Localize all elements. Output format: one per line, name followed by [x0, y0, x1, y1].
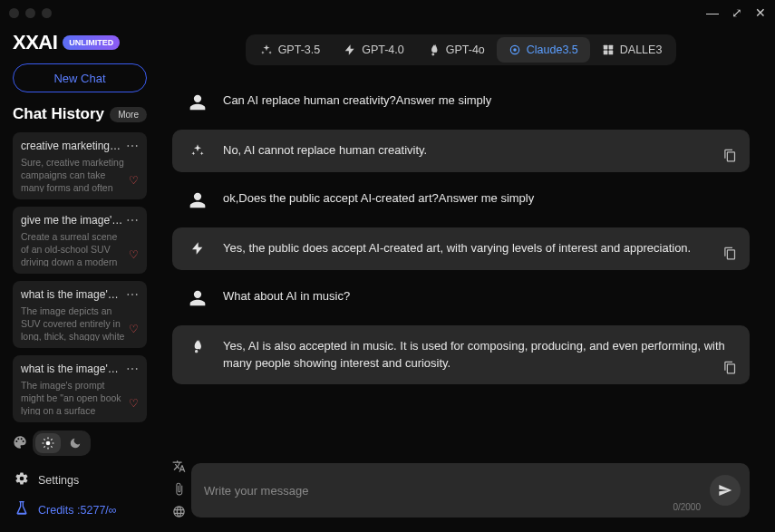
user-icon — [189, 92, 207, 111]
credits-item[interactable]: Credits :5277/∞ — [13, 495, 147, 525]
message-input[interactable] — [204, 484, 737, 498]
user-message: ok,Does the public accept AI-created art… — [172, 178, 750, 222]
message-text: Can AI replace human creativity?Answer m… — [223, 92, 491, 110]
close-dot[interactable] — [9, 8, 19, 18]
message-text: Yes, AI is also accepted in music. It is… — [223, 338, 733, 372]
model-tabs: GPT-3.5GPT-4.0GPT-4oClaude3.5DALLE3 — [160, 25, 762, 80]
window-controls: ― ⤢ ✕ — [706, 5, 766, 20]
user-message: Can AI replace human creativity?Answer m… — [172, 80, 750, 124]
translate-icon[interactable] — [172, 459, 186, 476]
sparkle-icon — [189, 142, 207, 158]
history-item-preview: The image depicts an SUV covered entirel… — [21, 305, 139, 341]
svg-rect-6 — [608, 51, 613, 55]
history-item-menu-icon[interactable]: ⋯ — [123, 216, 139, 225]
heart-icon[interactable]: ♡ — [129, 323, 139, 335]
palette-icon[interactable] — [13, 435, 27, 452]
history-item-menu-icon[interactable]: ⋯ — [123, 141, 139, 150]
message-text: Yes, the public does accept AI-created a… — [223, 240, 691, 257]
history-item[interactable]: creative marketing camp…⋯Sure, creative … — [13, 132, 147, 199]
theme-toggle — [33, 430, 91, 456]
model-tab-dalle3[interactable]: DALLE3 — [590, 37, 674, 63]
composer: 0/2000 — [160, 456, 762, 532]
ai-message: Yes, the public does accept AI-created a… — [172, 227, 750, 270]
minimize-dot[interactable] — [25, 8, 35, 18]
sidebar: XXAI UNLIMITED New Chat Chat History Mor… — [0, 25, 160, 532]
bolt-icon — [189, 240, 207, 256]
light-mode-button[interactable] — [35, 433, 61, 453]
svg-point-0 — [46, 441, 51, 446]
history-more-button[interactable]: More — [110, 107, 147, 122]
model-tab-gpt4o[interactable]: GPT-4o — [416, 37, 497, 63]
chat-history-title: Chat History — [13, 105, 104, 123]
dark-mode-button[interactable] — [63, 433, 88, 453]
history-item[interactable]: what is the image's prompt…⋯The image's … — [13, 355, 147, 422]
titlebar: ― ⤢ ✕ — [0, 0, 775, 25]
app-logo: XXAI — [13, 31, 57, 54]
history-item-preview: Create a surreal scene of an old-school … — [21, 230, 139, 266]
user-message: What about AI in music? — [172, 276, 750, 320]
history-item-menu-icon[interactable]: ⋯ — [123, 364, 139, 373]
plan-badge: UNLIMITED — [63, 35, 120, 50]
history-item-menu-icon[interactable]: ⋯ — [123, 290, 139, 299]
model-tab-label: DALLE3 — [620, 44, 663, 56]
copy-button[interactable] — [723, 247, 737, 263]
message-input-wrap: 0/2000 — [191, 463, 750, 517]
minimize-icon[interactable]: ― — [706, 5, 719, 20]
char-count: 0/2000 — [673, 502, 701, 512]
history-item[interactable]: give me the image's pro…⋯Create a surrea… — [13, 207, 147, 274]
message-text: No, AI cannot replace human creativity. — [223, 142, 427, 160]
model-tab-claude35[interactable]: Claude3.5 — [497, 37, 590, 63]
expand-icon[interactable]: ⤢ — [731, 5, 742, 20]
gear-icon — [15, 471, 29, 488]
history-item-title: creative marketing camp… — [21, 140, 123, 152]
history-item-preview: Sure, creative marketing campaigns can t… — [21, 156, 139, 192]
dalle-icon — [602, 44, 615, 56]
user-icon — [189, 190, 207, 209]
history-list: creative marketing camp…⋯Sure, creative … — [13, 132, 147, 422]
flask-icon — [15, 501, 29, 518]
history-item-title: what is the image's prom… — [21, 288, 123, 301]
close-icon[interactable]: ✕ — [755, 5, 766, 20]
model-tab-label: GPT-4.0 — [362, 44, 404, 56]
user-icon — [189, 288, 207, 307]
settings-label: Settings — [38, 474, 79, 487]
heart-icon[interactable]: ♡ — [129, 248, 139, 261]
ai-message: Yes, AI is also accepted in music. It is… — [172, 325, 750, 385]
flame-icon — [428, 44, 441, 56]
heart-icon[interactable]: ♡ — [129, 397, 139, 410]
credits-label: Credits :5277/∞ — [38, 504, 117, 517]
attachment-icon[interactable] — [172, 482, 186, 498]
history-item-title: what is the image's prompt… — [21, 363, 123, 375]
copy-button[interactable] — [723, 149, 737, 165]
model-tab-label: GPT-4o — [446, 44, 485, 56]
model-tab-gpt40[interactable]: GPT-4.0 — [332, 37, 416, 63]
settings-item[interactable]: Settings — [13, 465, 147, 495]
model-tab-label: Claude3.5 — [527, 44, 578, 56]
main-panel: GPT-3.5GPT-4.0GPT-4oClaude3.5DALLE3 Can … — [160, 25, 775, 532]
model-tab-label: GPT-3.5 — [278, 44, 321, 56]
new-chat-button[interactable]: New Chat — [13, 63, 147, 92]
history-item-preview: The image's prompt might be "an open boo… — [21, 379, 139, 415]
svg-point-2 — [513, 48, 517, 52]
svg-rect-5 — [604, 51, 608, 55]
bolt-icon — [344, 44, 356, 56]
ai-message: No, AI cannot replace human creativity. — [172, 130, 750, 172]
flame-icon — [189, 338, 207, 353]
history-item-title: give me the image's pro… — [21, 214, 123, 227]
sparkle-icon — [260, 44, 273, 56]
traffic-lights — [9, 8, 52, 18]
zoom-dot[interactable] — [42, 8, 52, 18]
svg-rect-4 — [608, 45, 613, 50]
model-tab-gpt35[interactable]: GPT-3.5 — [248, 37, 333, 63]
history-item[interactable]: what is the image's prom…⋯The image depi… — [13, 281, 147, 348]
copy-button[interactable] — [723, 361, 737, 377]
svg-rect-3 — [604, 45, 608, 50]
chat-thread: Can AI replace human creativity?Answer m… — [160, 80, 762, 456]
globe-icon[interactable] — [172, 505, 186, 521]
message-text: ok,Does the public accept AI-created art… — [223, 190, 534, 208]
send-button[interactable] — [710, 475, 741, 506]
message-text: What about AI in music? — [223, 288, 350, 305]
heart-icon[interactable]: ♡ — [129, 174, 139, 187]
claude-icon — [509, 44, 521, 56]
